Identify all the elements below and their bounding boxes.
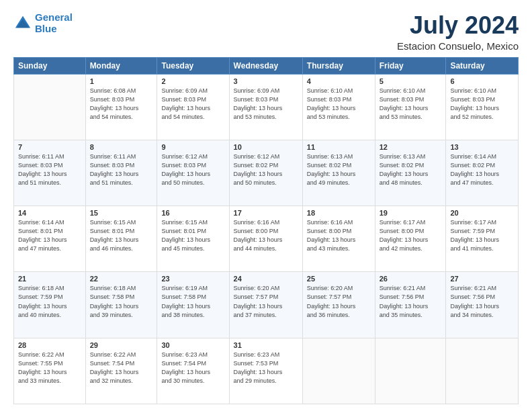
calendar-cell: 2Sunrise: 6:09 AM Sunset: 8:03 PM Daylig… <box>157 74 229 140</box>
calendar-cell: 19Sunrise: 6:17 AM Sunset: 8:00 PM Dayli… <box>375 206 446 272</box>
calendar-week-row: 28Sunrise: 6:22 AM Sunset: 7:55 PM Dayli… <box>14 338 519 404</box>
day-number: 2 <box>161 77 224 85</box>
title-block: July 2024 Estacion Consuelo, Mexico <box>397 12 519 52</box>
day-info: Sunrise: 6:16 AM Sunset: 8:00 PM Dayligh… <box>307 218 371 253</box>
calendar-week-row: 1Sunrise: 6:08 AM Sunset: 8:03 PM Daylig… <box>14 74 519 140</box>
calendar-header-row: SundayMondayTuesdayWednesdayThursdayFrid… <box>14 57 519 74</box>
logo-blue: Blue <box>35 23 57 34</box>
weekday-header: Friday <box>375 57 446 74</box>
calendar-cell: 30Sunrise: 6:23 AM Sunset: 7:54 PM Dayli… <box>157 338 229 404</box>
calendar-cell: 11Sunrise: 6:13 AM Sunset: 8:02 PM Dayli… <box>302 140 375 205</box>
day-info: Sunrise: 6:20 AM Sunset: 7:57 PM Dayligh… <box>234 284 298 319</box>
day-number: 25 <box>307 275 371 283</box>
calendar-cell <box>375 338 446 404</box>
location: Estacion Consuelo, Mexico <box>397 40 519 52</box>
day-info: Sunrise: 6:08 AM Sunset: 8:03 PM Dayligh… <box>90 87 153 122</box>
day-number: 30 <box>161 341 224 349</box>
day-number: 16 <box>161 209 224 217</box>
day-info: Sunrise: 6:10 AM Sunset: 8:03 PM Dayligh… <box>380 87 442 122</box>
calendar-cell: 4Sunrise: 6:10 AM Sunset: 8:03 PM Daylig… <box>302 74 375 140</box>
calendar-cell <box>14 74 86 140</box>
calendar-week-row: 14Sunrise: 6:14 AM Sunset: 8:01 PM Dayli… <box>14 206 519 272</box>
day-number: 5 <box>380 77 442 85</box>
day-number: 24 <box>234 275 298 283</box>
day-number: 3 <box>234 77 298 85</box>
day-info: Sunrise: 6:21 AM Sunset: 7:56 PM Dayligh… <box>380 284 442 319</box>
weekday-header: Wednesday <box>229 57 302 74</box>
header: General Blue July 2024 Estacion Consuelo… <box>13 12 519 52</box>
day-info: Sunrise: 6:14 AM Sunset: 8:02 PM Dayligh… <box>450 152 514 187</box>
weekday-header: Sunday <box>14 57 86 74</box>
day-number: 21 <box>18 275 81 283</box>
calendar-cell: 21Sunrise: 6:18 AM Sunset: 7:59 PM Dayli… <box>14 272 86 338</box>
weekday-header: Saturday <box>446 57 519 74</box>
day-info: Sunrise: 6:19 AM Sunset: 7:58 PM Dayligh… <box>161 284 224 319</box>
calendar-week-row: 7Sunrise: 6:11 AM Sunset: 8:03 PM Daylig… <box>14 140 519 205</box>
calendar-cell: 18Sunrise: 6:16 AM Sunset: 8:00 PM Dayli… <box>302 206 375 272</box>
calendar-cell <box>446 338 519 404</box>
calendar-cell: 27Sunrise: 6:21 AM Sunset: 7:56 PM Dayli… <box>446 272 519 338</box>
day-number: 28 <box>18 341 81 349</box>
day-number: 8 <box>90 143 153 151</box>
day-number: 17 <box>234 209 298 217</box>
day-info: Sunrise: 6:11 AM Sunset: 8:03 PM Dayligh… <box>18 152 81 187</box>
day-info: Sunrise: 6:17 AM Sunset: 8:00 PM Dayligh… <box>380 218 442 253</box>
day-number: 4 <box>307 77 371 85</box>
day-info: Sunrise: 6:13 AM Sunset: 8:02 PM Dayligh… <box>380 152 442 187</box>
day-number: 22 <box>90 275 153 283</box>
day-info: Sunrise: 6:18 AM Sunset: 7:58 PM Dayligh… <box>90 284 153 319</box>
day-number: 7 <box>18 143 81 151</box>
day-info: Sunrise: 6:11 AM Sunset: 8:03 PM Dayligh… <box>90 152 153 187</box>
calendar-cell <box>302 338 375 404</box>
day-number: 15 <box>90 209 153 217</box>
calendar: SundayMondayTuesdayWednesdayThursdayFrid… <box>13 57 519 404</box>
calendar-cell: 10Sunrise: 6:12 AM Sunset: 8:02 PM Dayli… <box>229 140 302 205</box>
day-info: Sunrise: 6:10 AM Sunset: 8:03 PM Dayligh… <box>450 87 514 122</box>
calendar-cell: 3Sunrise: 6:09 AM Sunset: 8:03 PM Daylig… <box>229 74 302 140</box>
day-number: 11 <box>307 143 371 151</box>
weekday-header: Monday <box>85 57 157 74</box>
day-number: 23 <box>161 275 224 283</box>
calendar-week-row: 21Sunrise: 6:18 AM Sunset: 7:59 PM Dayli… <box>14 272 519 338</box>
day-info: Sunrise: 6:14 AM Sunset: 8:01 PM Dayligh… <box>18 218 81 253</box>
calendar-cell: 29Sunrise: 6:22 AM Sunset: 7:54 PM Dayli… <box>85 338 157 404</box>
day-number: 20 <box>450 209 514 217</box>
calendar-cell: 22Sunrise: 6:18 AM Sunset: 7:58 PM Dayli… <box>85 272 157 338</box>
day-info: Sunrise: 6:15 AM Sunset: 8:01 PM Dayligh… <box>90 218 153 253</box>
day-number: 12 <box>380 143 442 151</box>
calendar-cell: 31Sunrise: 6:23 AM Sunset: 7:53 PM Dayli… <box>229 338 302 404</box>
day-info: Sunrise: 6:17 AM Sunset: 7:59 PM Dayligh… <box>450 218 514 253</box>
day-number: 18 <box>307 209 371 217</box>
day-number: 29 <box>90 341 153 349</box>
calendar-cell: 26Sunrise: 6:21 AM Sunset: 7:56 PM Dayli… <box>375 272 446 338</box>
calendar-cell: 28Sunrise: 6:22 AM Sunset: 7:55 PM Dayli… <box>14 338 86 404</box>
calendar-cell: 9Sunrise: 6:12 AM Sunset: 8:03 PM Daylig… <box>157 140 229 205</box>
day-info: Sunrise: 6:09 AM Sunset: 8:03 PM Dayligh… <box>161 87 224 122</box>
calendar-cell: 23Sunrise: 6:19 AM Sunset: 7:58 PM Dayli… <box>157 272 229 338</box>
page: General Blue July 2024 Estacion Consuelo… <box>0 0 532 411</box>
logo: General Blue <box>13 12 73 34</box>
day-info: Sunrise: 6:23 AM Sunset: 7:53 PM Dayligh… <box>234 351 298 385</box>
calendar-cell: 16Sunrise: 6:15 AM Sunset: 8:01 PM Dayli… <box>157 206 229 272</box>
calendar-cell: 25Sunrise: 6:20 AM Sunset: 7:57 PM Dayli… <box>302 272 375 338</box>
day-number: 10 <box>234 143 298 151</box>
calendar-cell: 7Sunrise: 6:11 AM Sunset: 8:03 PM Daylig… <box>14 140 86 205</box>
calendar-cell: 20Sunrise: 6:17 AM Sunset: 7:59 PM Dayli… <box>446 206 519 272</box>
day-number: 26 <box>380 275 442 283</box>
day-info: Sunrise: 6:21 AM Sunset: 7:56 PM Dayligh… <box>450 284 514 319</box>
day-info: Sunrise: 6:13 AM Sunset: 8:02 PM Dayligh… <box>307 152 371 187</box>
day-number: 9 <box>161 143 224 151</box>
calendar-cell: 1Sunrise: 6:08 AM Sunset: 8:03 PM Daylig… <box>85 74 157 140</box>
day-number: 6 <box>450 77 514 85</box>
day-info: Sunrise: 6:22 AM Sunset: 7:55 PM Dayligh… <box>18 351 81 385</box>
day-number: 19 <box>380 209 442 217</box>
day-info: Sunrise: 6:18 AM Sunset: 7:59 PM Dayligh… <box>18 284 81 319</box>
day-info: Sunrise: 6:16 AM Sunset: 8:00 PM Dayligh… <box>234 218 298 253</box>
day-info: Sunrise: 6:23 AM Sunset: 7:54 PM Dayligh… <box>161 351 224 385</box>
day-number: 13 <box>450 143 514 151</box>
month-year: July 2024 <box>397 12 519 39</box>
weekday-header: Thursday <box>302 57 375 74</box>
day-number: 31 <box>234 341 298 349</box>
day-number: 1 <box>90 77 153 85</box>
day-info: Sunrise: 6:09 AM Sunset: 8:03 PM Dayligh… <box>234 87 298 122</box>
